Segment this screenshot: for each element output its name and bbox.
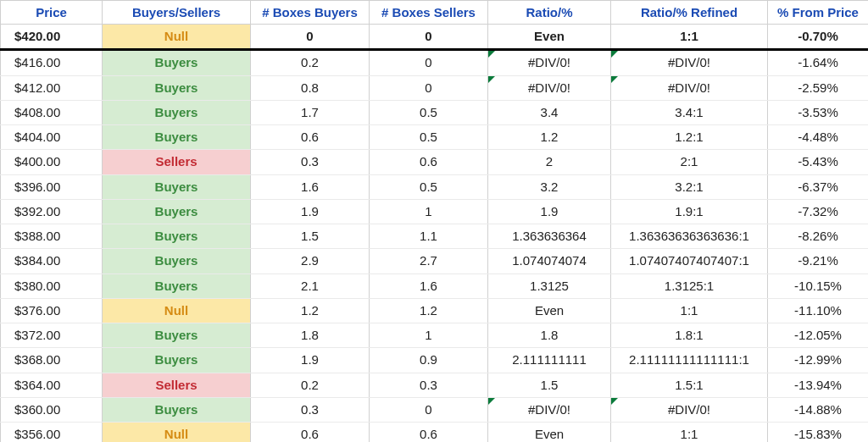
- cell-boxes-buyers[interactable]: 2.9: [251, 249, 370, 273]
- col-header-ratio[interactable]: Ratio/%: [488, 1, 611, 25]
- cell-price[interactable]: $384.00: [1, 249, 103, 273]
- cell-ratio-refined[interactable]: 1:1: [611, 298, 768, 323]
- cell-ratio[interactable]: 2.111111111: [488, 348, 611, 373]
- cell-ratio[interactable]: Even: [488, 298, 611, 323]
- cell-boxes-buyers[interactable]: 0.8: [251, 75, 370, 100]
- cell-ratio[interactable]: 1.5: [488, 373, 611, 397]
- table-row[interactable]: $396.00Buyers1.60.53.23.2:1-6.37%: [1, 174, 869, 199]
- cell-ratio-refined[interactable]: 1.5:1: [611, 373, 768, 397]
- cell-price[interactable]: $388.00: [1, 224, 103, 249]
- cell-from-price[interactable]: -0.70%: [768, 25, 869, 50]
- cell-boxes-sellers[interactable]: 0: [370, 25, 488, 50]
- cell-boxes-buyers[interactable]: 0.6: [251, 423, 370, 443]
- cell-from-price[interactable]: -14.88%: [768, 397, 869, 422]
- table-row[interactable]: $372.00Buyers1.811.81.8:1-12.05%: [1, 323, 869, 348]
- col-header-price[interactable]: Price: [1, 1, 103, 25]
- cell-buyers-sellers[interactable]: Buyers: [103, 273, 251, 298]
- table-row[interactable]: $412.00Buyers0.80#DIV/0!#DIV/0!-2.59%: [1, 75, 869, 100]
- cell-buyers-sellers[interactable]: Buyers: [103, 100, 251, 124]
- cell-boxes-buyers[interactable]: 1.9: [251, 348, 370, 373]
- table-row[interactable]: $388.00Buyers1.51.11.3636363641.36363636…: [1, 224, 869, 249]
- table-row[interactable]: $384.00Buyers2.92.71.0740740741.07407407…: [1, 249, 869, 273]
- cell-buyers-sellers[interactable]: Null: [103, 298, 251, 323]
- cell-ratio[interactable]: Even: [488, 423, 611, 443]
- cell-buyers-sellers[interactable]: Buyers: [103, 224, 251, 249]
- cell-from-price[interactable]: -11.10%: [768, 298, 869, 323]
- cell-from-price[interactable]: -13.94%: [768, 373, 869, 397]
- cell-buyers-sellers[interactable]: Null: [103, 423, 251, 443]
- cell-boxes-sellers[interactable]: 0.5: [370, 174, 488, 199]
- cell-ratio[interactable]: 1.3125: [488, 273, 611, 298]
- cell-ratio[interactable]: 1.363636364: [488, 224, 611, 249]
- cell-buyers-sellers[interactable]: Null: [103, 25, 251, 50]
- cell-ratio-refined[interactable]: 1.07407407407407:1: [611, 249, 768, 273]
- table-row[interactable]: $360.00Buyers0.30#DIV/0!#DIV/0!-14.88%: [1, 397, 869, 422]
- cell-boxes-sellers[interactable]: 0.5: [370, 100, 488, 124]
- cell-price[interactable]: $396.00: [1, 174, 103, 199]
- cell-boxes-sellers[interactable]: 2.7: [370, 249, 488, 273]
- cell-from-price[interactable]: -10.15%: [768, 273, 869, 298]
- cell-boxes-buyers[interactable]: 1.7: [251, 100, 370, 124]
- cell-price[interactable]: $404.00: [1, 125, 103, 150]
- cell-boxes-buyers[interactable]: 0.3: [251, 397, 370, 422]
- cell-price[interactable]: $392.00: [1, 199, 103, 224]
- cell-boxes-sellers[interactable]: 0.9: [370, 348, 488, 373]
- col-header-boxes-sellers[interactable]: # Boxes Sellers: [370, 1, 488, 25]
- cell-price[interactable]: $368.00: [1, 348, 103, 373]
- table-row[interactable]: $408.00Buyers1.70.53.43.4:1-3.53%: [1, 100, 869, 124]
- cell-boxes-buyers[interactable]: 0.6: [251, 125, 370, 150]
- cell-ratio[interactable]: #DIV/0!: [488, 75, 611, 100]
- cell-ratio[interactable]: #DIV/0!: [488, 50, 611, 75]
- cell-buyers-sellers[interactable]: Buyers: [103, 174, 251, 199]
- cell-boxes-sellers[interactable]: 0: [370, 75, 488, 100]
- table-row[interactable]: $404.00Buyers0.60.51.21.2:1-4.48%: [1, 125, 869, 150]
- cell-price[interactable]: $376.00: [1, 298, 103, 323]
- cell-boxes-sellers[interactable]: 0.6: [370, 423, 488, 443]
- cell-ratio-refined[interactable]: 2.11111111111111:1: [611, 348, 768, 373]
- cell-from-price[interactable]: -1.64%: [768, 50, 869, 75]
- cell-price[interactable]: $360.00: [1, 397, 103, 422]
- cell-boxes-sellers[interactable]: 1: [370, 323, 488, 348]
- cell-ratio[interactable]: 2: [488, 150, 611, 174]
- cell-price[interactable]: $412.00: [1, 75, 103, 100]
- cell-boxes-buyers[interactable]: 0: [251, 25, 370, 50]
- cell-ratio[interactable]: Even: [488, 25, 611, 50]
- cell-ratio-refined[interactable]: 1.8:1: [611, 323, 768, 348]
- cell-buyers-sellers[interactable]: Buyers: [103, 75, 251, 100]
- cell-price[interactable]: $372.00: [1, 323, 103, 348]
- cell-buyers-sellers[interactable]: Buyers: [103, 348, 251, 373]
- cell-ratio-refined[interactable]: 1:1: [611, 423, 768, 443]
- table-row[interactable]: $368.00Buyers1.90.92.1111111112.11111111…: [1, 348, 869, 373]
- cell-boxes-sellers[interactable]: 0.3: [370, 373, 488, 397]
- table-row[interactable]: $392.00Buyers1.911.91.9:1-7.32%: [1, 199, 869, 224]
- cell-ratio-refined[interactable]: 1.9:1: [611, 199, 768, 224]
- cell-from-price[interactable]: -7.32%: [768, 199, 869, 224]
- cell-price[interactable]: $364.00: [1, 373, 103, 397]
- cell-ratio-refined[interactable]: #DIV/0!: [611, 50, 768, 75]
- col-header-boxes-buyers[interactable]: # Boxes Buyers: [251, 1, 370, 25]
- cell-ratio-refined[interactable]: 1.3125:1: [611, 273, 768, 298]
- cell-ratio-refined[interactable]: 1.36363636363636:1: [611, 224, 768, 249]
- cell-boxes-buyers[interactable]: 1.2: [251, 298, 370, 323]
- cell-ratio-refined[interactable]: 2:1: [611, 150, 768, 174]
- cell-ratio-refined[interactable]: 1:1: [611, 25, 768, 50]
- cell-ratio-refined[interactable]: 3.4:1: [611, 100, 768, 124]
- cell-ratio-refined[interactable]: #DIV/0!: [611, 397, 768, 422]
- cell-boxes-buyers[interactable]: 0.2: [251, 50, 370, 75]
- col-header-from-price[interactable]: % From Price: [768, 1, 869, 25]
- cell-price[interactable]: $416.00: [1, 50, 103, 75]
- cell-buyers-sellers[interactable]: Buyers: [103, 199, 251, 224]
- cell-price[interactable]: $420.00: [1, 25, 103, 50]
- cell-from-price[interactable]: -8.26%: [768, 224, 869, 249]
- table-row[interactable]: $400.00Sellers0.30.622:1-5.43%: [1, 150, 869, 174]
- cell-buyers-sellers[interactable]: Sellers: [103, 150, 251, 174]
- cell-price[interactable]: $400.00: [1, 150, 103, 174]
- col-header-ratio-refined[interactable]: Ratio/% Refined: [611, 1, 768, 25]
- cell-ratio[interactable]: 1.9: [488, 199, 611, 224]
- cell-buyers-sellers[interactable]: Buyers: [103, 50, 251, 75]
- cell-ratio-refined[interactable]: 1.2:1: [611, 125, 768, 150]
- cell-ratio[interactable]: #DIV/0!: [488, 397, 611, 422]
- cell-from-price[interactable]: -6.37%: [768, 174, 869, 199]
- table-row[interactable]: $376.00Null1.21.2Even1:1-11.10%: [1, 298, 869, 323]
- cell-boxes-sellers[interactable]: 0: [370, 397, 488, 422]
